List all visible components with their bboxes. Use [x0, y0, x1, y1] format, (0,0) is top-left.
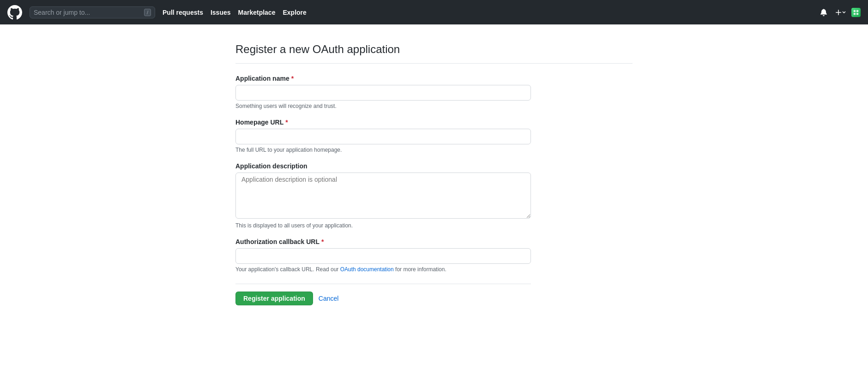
- app-name-required: *: [291, 75, 294, 82]
- homepage-url-help: The full URL to your application homepag…: [235, 147, 531, 153]
- nav-pull-requests[interactable]: Pull requests: [163, 9, 203, 16]
- nav-explore[interactable]: Explore: [283, 9, 306, 16]
- svg-rect-0: [854, 10, 856, 12]
- callback-url-input[interactable]: [235, 248, 531, 264]
- homepage-url-required: *: [285, 119, 288, 126]
- app-name-help: Something users will recognize and trust…: [235, 103, 531, 109]
- callback-url-help: Your application's callback URL. Read ou…: [235, 266, 531, 273]
- callback-url-group: Authorization callback URL * Your applic…: [235, 238, 531, 273]
- search-box[interactable]: /: [30, 6, 155, 18]
- callback-url-required: *: [321, 238, 324, 245]
- title-divider: [235, 63, 633, 64]
- notifications-button[interactable]: [818, 7, 829, 18]
- app-name-label: Application name *: [235, 75, 531, 82]
- svg-rect-2: [854, 12, 856, 14]
- create-new-button[interactable]: [833, 7, 848, 18]
- github-logo[interactable]: [7, 5, 22, 20]
- cancel-link[interactable]: Cancel: [319, 292, 339, 305]
- nav-marketplace[interactable]: Marketplace: [238, 9, 276, 16]
- svg-rect-3: [856, 12, 858, 14]
- description-group: Application description This is displaye…: [235, 162, 531, 229]
- description-textarea[interactable]: [235, 173, 531, 219]
- description-help: This is displayed to all users of your a…: [235, 222, 531, 229]
- main-content: Register a new OAuth application Applica…: [226, 24, 642, 324]
- homepage-url-input[interactable]: [235, 129, 531, 144]
- app-name-group: Application name * Something users will …: [235, 75, 531, 109]
- register-application-button[interactable]: Register application: [235, 292, 313, 305]
- homepage-url-label: Homepage URL *: [235, 119, 531, 126]
- callback-url-label: Authorization callback URL *: [235, 238, 531, 245]
- form-actions: Register application Cancel: [235, 284, 531, 305]
- homepage-url-group: Homepage URL * The full URL to your appl…: [235, 119, 531, 153]
- oauth-docs-link[interactable]: OAuth documentation: [340, 266, 394, 273]
- user-avatar-button[interactable]: [851, 8, 861, 17]
- header: / Pull requests Issues Marketplace Explo…: [0, 0, 868, 24]
- search-input[interactable]: [34, 9, 140, 16]
- header-actions: [818, 7, 861, 18]
- search-kbd-shortcut: /: [144, 9, 151, 16]
- description-label: Application description: [235, 162, 531, 170]
- app-name-input[interactable]: [235, 85, 531, 101]
- page-title: Register a new OAuth application: [235, 43, 633, 56]
- nav-issues[interactable]: Issues: [211, 9, 231, 16]
- main-nav: Pull requests Issues Marketplace Explore: [163, 9, 811, 16]
- svg-rect-1: [856, 10, 858, 12]
